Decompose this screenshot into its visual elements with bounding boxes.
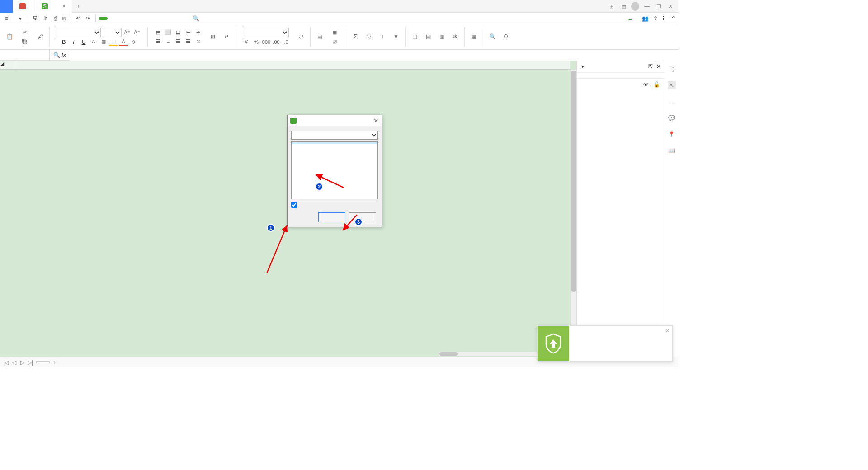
redo-icon[interactable]: ↷ xyxy=(84,14,93,23)
arrow-tool-icon[interactable]: ↖ xyxy=(668,81,676,89)
more-icon[interactable]: ⠇ xyxy=(662,15,666,22)
align-justify-icon[interactable]: ☰ xyxy=(184,38,193,46)
workbook-select[interactable] xyxy=(291,131,378,140)
grow-font-icon[interactable]: A⁺ xyxy=(123,28,132,37)
sheet-list[interactable] xyxy=(291,141,378,199)
tab-review[interactable] xyxy=(141,17,148,20)
sheet-prev-icon[interactable]: ◁ xyxy=(11,359,17,366)
tab-start[interactable] xyxy=(99,17,108,20)
indent-inc-icon[interactable]: ⇥ xyxy=(193,28,203,37)
chevron-down-icon[interactable]: ▾ xyxy=(17,14,24,23)
orientation-icon[interactable]: ⤭ xyxy=(193,38,203,46)
toast-close-icon[interactable]: ✕ xyxy=(665,328,670,334)
tab-eff[interactable] xyxy=(182,17,189,20)
column-headers[interactable] xyxy=(16,61,570,70)
tab-formula[interactable] xyxy=(125,17,132,20)
sheet-last-icon[interactable]: ▷| xyxy=(27,359,33,366)
bold-icon[interactable]: B xyxy=(59,38,68,46)
apps-icon[interactable]: ▦ xyxy=(619,3,627,9)
sum-button[interactable]: Σ xyxy=(349,31,361,43)
copy-icon[interactable]: ⿻ xyxy=(20,38,29,46)
underline-icon[interactable]: U xyxy=(79,38,88,46)
table-tool-button[interactable]: ▦ xyxy=(468,31,480,43)
table-style-icon[interactable]: ▦ xyxy=(330,28,339,37)
name-box[interactable] xyxy=(0,50,50,61)
list-item[interactable] xyxy=(292,144,377,146)
avatar[interactable] xyxy=(631,2,639,11)
fill-button[interactable]: ▼ xyxy=(390,31,402,43)
percent-icon[interactable]: % xyxy=(252,38,261,46)
sheet-button[interactable]: ▥ xyxy=(436,31,448,43)
pin-icon[interactable]: ⇱ xyxy=(648,63,653,70)
sheet-first-icon[interactable]: |◁ xyxy=(3,359,9,366)
fill-color-icon[interactable]: ⬚ xyxy=(109,38,118,46)
tab-view[interactable] xyxy=(157,17,165,20)
cut-icon[interactable]: ✂ xyxy=(20,28,29,37)
type-convert-button[interactable]: ⇄ xyxy=(295,31,307,43)
align-mid-icon[interactable]: ⬜ xyxy=(164,28,173,37)
ok-button[interactable] xyxy=(318,212,345,222)
tab-file[interactable]: S × xyxy=(35,0,72,13)
cell-button[interactable]: ▢ xyxy=(409,31,420,43)
tab-custom[interactable] xyxy=(149,17,156,20)
clear-format-icon[interactable]: ◇ xyxy=(129,38,138,46)
merge-button[interactable]: ⊞ xyxy=(207,31,219,43)
share-icon[interactable]: ⇪ xyxy=(653,15,658,22)
print-icon[interactable]: ⎙ xyxy=(52,14,59,23)
expand-icon[interactable]: ⌃ xyxy=(671,15,675,22)
new-tab-button[interactable]: + xyxy=(72,3,85,9)
font-color-icon[interactable]: A xyxy=(119,38,128,46)
paste-button[interactable]: 📋 xyxy=(4,31,15,43)
file-menu[interactable] xyxy=(11,18,16,19)
strike-icon[interactable]: A̶ xyxy=(89,38,98,46)
save-as-icon[interactable]: 🗎 xyxy=(41,14,51,23)
select-all-corner[interactable]: ◢ xyxy=(0,61,16,70)
filter-button[interactable]: ▽ xyxy=(363,31,375,43)
dec-dec-icon[interactable]: .0 xyxy=(282,38,291,46)
tab-insert[interactable] xyxy=(108,17,116,20)
chat-icon[interactable]: 💬 xyxy=(668,114,676,122)
hamburger-icon[interactable]: ≡ xyxy=(3,14,10,23)
inc-dec-icon[interactable]: .00 xyxy=(272,38,281,46)
add-sheet-icon[interactable]: + xyxy=(50,359,59,366)
symbol-button[interactable]: Ω xyxy=(500,31,512,43)
tab-template[interactable] xyxy=(13,0,35,13)
rowcol-button[interactable]: ▤ xyxy=(422,31,434,43)
close-pane-icon[interactable]: ✕ xyxy=(656,63,661,70)
dialog-close-icon[interactable]: ✕ xyxy=(373,117,379,124)
italic-icon[interactable]: I xyxy=(69,38,78,46)
cancel-button[interactable] xyxy=(349,212,376,222)
vertical-scrollbar[interactable] xyxy=(570,70,576,357)
tab-home[interactable] xyxy=(0,0,13,13)
preview-icon[interactable]: ⎚ xyxy=(60,14,68,23)
tab-vip[interactable] xyxy=(174,17,181,20)
cell-style-icon[interactable]: ▧ xyxy=(330,38,339,46)
comma-icon[interactable]: 000 xyxy=(262,38,271,46)
font-select[interactable] xyxy=(56,28,101,37)
search-input[interactable] xyxy=(200,15,273,22)
sheet-tab[interactable] xyxy=(36,361,50,363)
align-center-icon[interactable]: ≡ xyxy=(164,38,173,46)
border-icon[interactable]: ▦ xyxy=(99,38,108,46)
eye-icon[interactable]: 👁 xyxy=(643,81,649,88)
layout-icon[interactable]: ⊞ xyxy=(608,3,616,9)
sheet-next-icon[interactable]: ▷ xyxy=(19,359,25,366)
copy-checkbox[interactable] xyxy=(291,202,378,208)
book-icon[interactable]: 📖 xyxy=(668,146,676,155)
formula-input[interactable] xyxy=(70,50,678,61)
wrap-button[interactable]: ↵ xyxy=(221,31,232,43)
close-button[interactable]: ✕ xyxy=(666,3,675,9)
location-icon[interactable]: 📍 xyxy=(668,130,676,138)
undo-icon[interactable]: ↶ xyxy=(74,14,83,23)
format-painter-button[interactable]: 🖌 xyxy=(34,31,46,43)
coop-icon[interactable]: 👥 xyxy=(642,15,649,22)
freeze-button[interactable]: ❄ xyxy=(449,31,461,43)
select-tool-icon[interactable]: ⬚ xyxy=(668,65,676,73)
tab-dev[interactable] xyxy=(165,17,173,20)
find-button[interactable]: 🔍 xyxy=(486,31,498,43)
fx-icon[interactable]: 🔍 fx xyxy=(50,52,70,58)
align-top-icon[interactable]: ⬒ xyxy=(154,28,163,37)
number-format-select[interactable] xyxy=(244,28,289,37)
minimize-button[interactable]: — xyxy=(643,3,651,9)
indent-dec-icon[interactable]: ⇤ xyxy=(184,28,193,37)
